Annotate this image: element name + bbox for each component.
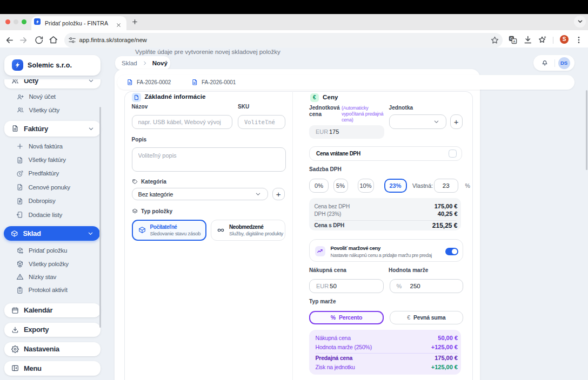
bell-icon[interactable] — [541, 59, 549, 66]
sidebar-item-kalendar[interactable]: Kalendár — [4, 303, 101, 318]
category-select[interactable]: Bez kategórie — [132, 188, 268, 200]
sidebar-item-cenove-ponuky[interactable]: Cenové ponuky — [16, 184, 70, 191]
browser-menu-icon[interactable] — [574, 36, 583, 44]
unit-select[interactable] — [389, 114, 446, 129]
sidebar-item-dobropisy[interactable]: Dobropisy — [16, 198, 55, 205]
sidebar-item-vsetky-polozky[interactable]: Všetky položky — [16, 260, 69, 268]
vat-option-23[interactable]: 23% — [384, 179, 407, 193]
url-text[interactable]: app.fintra.sk/storage/new — [79, 37, 147, 43]
sidebar-item-nova-faktura[interactable]: Nová faktúra — [16, 142, 63, 150]
summary-value: 50,00 € — [438, 335, 458, 341]
document-tab[interactable]: FA-2026-0001 — [191, 75, 236, 90]
name-label: Názov — [132, 104, 148, 110]
margin-type-fixed-button[interactable]: € Pevná suma — [390, 311, 464, 324]
margin-value-input[interactable] — [410, 283, 457, 289]
summary-label: Cena s DPH — [315, 222, 345, 228]
description-textarea-wrap — [132, 147, 286, 172]
reload-icon[interactable] — [35, 36, 44, 45]
sidebar-item-label: Dobropisy — [29, 198, 56, 204]
user-avatar[interactable]: DS — [558, 57, 570, 69]
item-type-label-row: Typ položky — [132, 208, 173, 215]
sidebar-item-predfaktury[interactable]: Predfaktúry — [16, 170, 59, 178]
browser-tab[interactable]: Pridať položku - FINTRA — [31, 16, 126, 30]
margin-type-percent-button[interactable]: % Percento — [309, 311, 384, 324]
sidebar-item-nastavenia[interactable]: Nastavenia — [4, 342, 101, 357]
sidebar-item-exporty[interactable]: Exporty — [4, 323, 101, 337]
vat-option-5[interactable]: 5% — [333, 179, 348, 193]
margin-toggle-switch[interactable] — [445, 248, 458, 255]
chevron-down-icon — [88, 230, 93, 236]
file-check-icon — [16, 184, 24, 191]
vat-option-0[interactable]: 0% — [309, 179, 329, 193]
sidebar-item-dodacie-listy[interactable]: Dodacie listy — [16, 211, 62, 219]
custom-vat-input[interactable] — [435, 182, 458, 189]
description-label: Popis — [132, 137, 147, 142]
breadcrumb-parent[interactable]: Sklad — [122, 60, 137, 66]
currency-prefix: EUR — [316, 128, 329, 135]
unit-price-label: Jednotková cena — [309, 105, 344, 117]
sku-input[interactable] — [244, 119, 279, 125]
add-category-button[interactable]: + — [272, 188, 285, 200]
document-icon — [11, 125, 19, 132]
back-icon[interactable] — [5, 36, 14, 45]
sidebar-logo-card[interactable]: Solemic s.r.o. — [4, 55, 101, 76]
site-settings-icon[interactable] — [68, 36, 76, 44]
fintra-favicon — [34, 18, 41, 25]
name-input[interactable] — [138, 119, 226, 125]
browser-toolbar: app.fintra.sk/storage/new GA S — [0, 30, 588, 48]
vat-option-10[interactable]: 10% — [358, 179, 374, 193]
sidebar-group-sklad[interactable]: Sklad — [4, 226, 100, 241]
summary-value: 175,00 € — [435, 203, 458, 209]
address-bar[interactable]: app.fintra.sk/storage/new — [64, 33, 503, 48]
bookmarks-sparkle-icon[interactable] — [538, 35, 547, 45]
toggle-knob — [452, 249, 458, 255]
sidebar-item-nizky-stav[interactable]: Nízky stav — [16, 273, 56, 281]
sidebar-item-novy-ucet[interactable]: Nový účet — [17, 93, 56, 101]
add-unit-button[interactable]: + — [450, 114, 463, 129]
sidebar-item-label: Nastavenia — [24, 345, 94, 353]
home-icon[interactable] — [49, 35, 58, 45]
summary-value: +125,00 € — [431, 344, 458, 350]
unit-price-input[interactable]: EUR 175 — [309, 125, 384, 139]
description-textarea[interactable] — [138, 152, 279, 168]
download-icon[interactable] — [523, 35, 533, 45]
bookmark-star-icon[interactable] — [490, 36, 499, 45]
sidebar-item-vsetky-faktury[interactable]: Všetky faktúry — [16, 157, 66, 164]
purchase-price-input[interactable] — [330, 283, 377, 289]
clipboard-icon — [16, 287, 24, 294]
summary-profit-row: Zisk na jednotku +125,00 € — [316, 364, 458, 370]
document-tab[interactable]: FA-2026-0002 — [126, 75, 171, 90]
item-type-option-unlimited[interactable]: Neobmedzené Služby, digitálne produkty — [211, 220, 285, 241]
translate-icon[interactable]: GA — [508, 35, 518, 45]
browser-profile-avatar[interactable]: S — [560, 35, 569, 44]
sidebar-item-menu[interactable]: Menu — [4, 361, 101, 376]
margin-summary-box: Nákupná cena 50,00 € Hodnota marže (250%… — [309, 330, 461, 375]
document-tab-label: FA-2026-0001 — [202, 79, 236, 85]
page-scrollbar[interactable] — [586, 90, 588, 170]
sidebar-scrollbar[interactable] — [99, 107, 101, 328]
window-minimize-button[interactable] — [14, 19, 19, 25]
document-icon — [191, 79, 198, 86]
tab-close-icon[interactable] — [116, 23, 121, 28]
summary-label: DPH (23%) — [315, 211, 342, 217]
vat-included-checkbox[interactable] — [449, 150, 457, 158]
sidebar-item-pridat-polozku[interactable]: Pridať položku — [16, 247, 67, 254]
window-zoom-button[interactable] — [22, 19, 27, 25]
item-type-option-countable[interactable]: Počítateľné Sledovanie stavu zásob — [132, 220, 206, 241]
item-type-label: Typ položky — [141, 208, 172, 214]
vat-summary-box: Cena bez DPH 175,00 € DPH (23%) 40,25 € … — [309, 198, 461, 230]
tab-search-button[interactable] — [574, 16, 586, 28]
new-tab-button[interactable] — [131, 18, 138, 25]
forward-icon[interactable] — [19, 36, 28, 45]
sidebar-group-ucty[interactable]: Účty — [4, 78, 101, 89]
document-tab-label: FA-2026-0002 — [137, 79, 171, 85]
sidebar-item-vsetky-ucty[interactable]: Všetky účty — [17, 106, 59, 114]
window-close-button[interactable] — [5, 19, 11, 25]
sidebar-item-protokol-aktivit[interactable]: Protokol aktivít — [16, 287, 68, 294]
file-clock-icon — [16, 170, 24, 178]
chevron-down-icon — [88, 126, 94, 132]
menubar-black-strip — [0, 0, 588, 14]
file-output-icon — [16, 211, 24, 219]
sidebar-group-faktury[interactable]: Faktúry — [4, 121, 101, 137]
users-icon — [17, 106, 24, 114]
